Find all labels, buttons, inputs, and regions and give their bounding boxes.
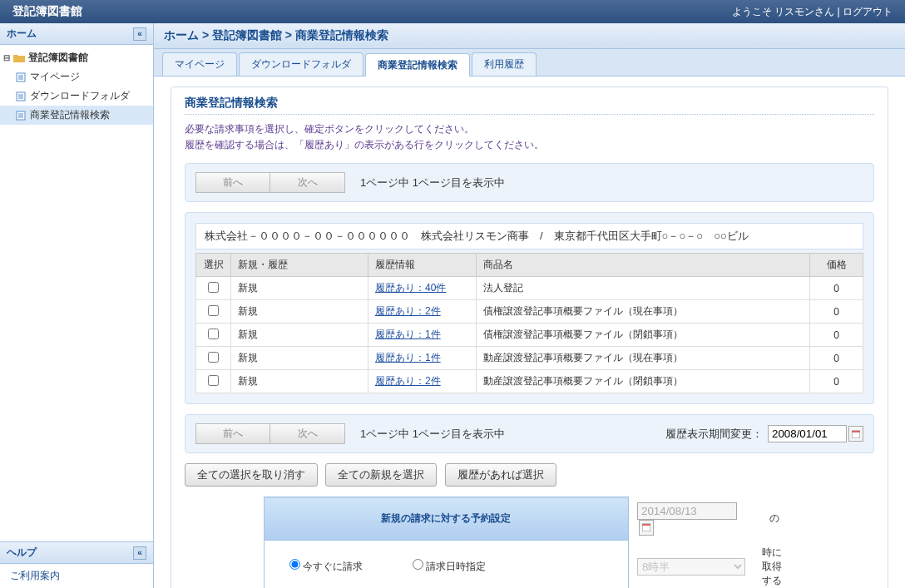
cell-price: 0 [810, 300, 863, 324]
section-title: 商業登記情報検索 [185, 96, 874, 115]
page-icon [15, 91, 27, 102]
logout-link[interactable]: ログアウト [843, 6, 893, 17]
th-price: 価格 [810, 254, 863, 277]
reserve-time-suffix: 時に取得する [754, 541, 795, 588]
history-date-input[interactable] [768, 425, 847, 442]
table-row: 新規履歴あり：1件債権譲渡登記事項概要ファイル（閉鎖事項）0 [196, 324, 863, 347]
history-link[interactable]: 履歴あり：40件 [375, 282, 446, 294]
results-panel: 株式会社－００００－００－００００００ 株式会社リスモン商事 / 東京都千代田区… [185, 212, 874, 404]
tabs: マイページ ダウンロードフォルダ 商業登記情報検索 利用履歴 [154, 49, 905, 77]
reserve-title: 新規の請求に対する予約設定 [264, 497, 629, 541]
history-link[interactable]: 履歴あり：2件 [375, 305, 441, 317]
collapse-sidebar-icon[interactable]: « [133, 27, 146, 41]
table-row: 新規履歴あり：40件法人登記0 [196, 277, 863, 300]
app-title: 登記簿図書館 [12, 4, 82, 19]
cell-price: 0 [810, 324, 863, 347]
sidebar-item-download[interactable]: ダウンロードフォルダ [0, 86, 153, 106]
header-right: ようこそ リスモンさん | ログアウト [732, 5, 893, 19]
header-bar: 登記簿図書館 ようこそ リスモンさん | ログアウト [0, 0, 905, 23]
th-select: 選択 [196, 254, 231, 277]
sidebar-help: ヘルプ « ご利用案内 [0, 541, 153, 588]
radio-request-scheduled[interactable]: 請求日時指定 [413, 559, 486, 574]
history-link[interactable]: 履歴あり：2件 [375, 375, 441, 387]
svg-rect-13 [852, 431, 860, 432]
collapse-help-icon[interactable]: « [133, 546, 146, 560]
tree-root-label: 登記簿図書館 [28, 51, 88, 65]
row-checkbox[interactable] [208, 329, 219, 339]
sidebar-item-label: 商業登記情報検索 [30, 108, 110, 122]
sidebar: ホーム « ⊟ 登記簿図書館 マイページ ダウンロードフォルダ 商業登記情報検索 [0, 23, 154, 588]
tab-download[interactable]: ダウンロードフォルダ [239, 52, 363, 76]
welcome-text: ようこそ リスモンさん [732, 6, 834, 17]
calendar-icon[interactable] [639, 520, 654, 536]
cell-new: 新規 [231, 324, 368, 347]
cell-product: 動産譲渡登記事項概要ファイル（閉鎖事項） [477, 370, 810, 393]
sidebar-home-label[interactable]: ホーム [7, 27, 37, 41]
history-link[interactable]: 履歴あり：1件 [375, 329, 441, 340]
cell-history: 履歴あり：40件 [368, 277, 477, 300]
pager-bottom: 前へ 次へ 1ページ中 1ページ目を表示中 履歴表示期間変更： [185, 414, 874, 453]
sidebar-item-search[interactable]: 商業登記情報検索 [0, 106, 153, 125]
tree-root[interactable]: ⊟ 登記簿図書館 [0, 48, 153, 67]
sidebar-help-title: ヘルプ [7, 546, 37, 560]
calendar-icon[interactable] [848, 426, 863, 442]
history-date-label: 履歴表示期間変更： [665, 427, 763, 442]
tab-usage-history[interactable]: 利用履歴 [472, 52, 537, 76]
search-section: 商業登記情報検索 必要な請求事項を選択し、確定ボタンをクリックしてください。 履… [171, 86, 888, 588]
pager-status: 1ページ中 1ページ目を表示中 [360, 175, 505, 190]
sidebar-item-label: ダウンロードフォルダ [30, 89, 130, 103]
cell-price: 0 [810, 347, 863, 370]
cell-new: 新規 [231, 370, 368, 393]
row-checkbox[interactable] [208, 282, 219, 293]
cell-history: 履歴あり：2件 [368, 370, 477, 393]
page-icon [15, 110, 27, 121]
select-if-history-button[interactable]: 履歴があれば選択 [445, 463, 556, 487]
company-info: 株式会社－００００－００－００００００ 株式会社リスモン商事 / 東京都千代田区… [195, 223, 863, 250]
history-link[interactable]: 履歴あり：1件 [375, 352, 441, 363]
table-row: 新規履歴あり：1件動産譲渡登記事項概要ファイル（現在事項）0 [196, 347, 863, 370]
folder-icon [13, 52, 25, 64]
th-hist: 履歴情報 [368, 254, 477, 277]
cell-new: 新規 [231, 277, 368, 300]
clear-all-button[interactable]: 全ての選択を取り消す [185, 463, 318, 487]
tab-search[interactable]: 商業登記情報検索 [365, 53, 470, 77]
results-table: 選択 新規・履歴 履歴情報 商品名 価格 新規履歴あり：40件法人登記0新規履歴… [195, 253, 863, 393]
prev-page-button[interactable]: 前へ [195, 423, 270, 444]
reserve-time-select[interactable]: 8時半 [637, 558, 745, 576]
reserve-date-input[interactable] [637, 502, 737, 520]
instruction-line1: 必要な請求事項を選択し、確定ボタンをクリックしてください。 [185, 121, 874, 137]
prev-page-button[interactable]: 前へ [195, 172, 270, 193]
breadcrumb: ホーム > 登記簿図書館 > 商業登記情報検索 [154, 23, 905, 49]
cell-product: 債権譲渡登記事項概要ファイル（閉鎖事項） [477, 324, 810, 347]
sidebar-item-label: マイページ [30, 70, 80, 84]
cell-product: 動産譲渡登記事項概要ファイル（現在事項） [477, 347, 810, 370]
table-row: 新規履歴あり：2件動産譲渡登記事項概要ファイル（閉鎖事項）0 [196, 370, 863, 393]
next-page-button[interactable]: 次へ [270, 423, 345, 444]
row-checkbox[interactable] [208, 375, 219, 386]
cell-history: 履歴あり：1件 [368, 347, 477, 370]
sidebar-header: ホーム « [0, 23, 153, 45]
sidebar-item-mypage[interactable]: マイページ [0, 67, 153, 86]
table-row: 新規履歴あり：2件債権譲渡登記事項概要ファイル（現在事項）0 [196, 300, 863, 324]
next-page-button[interactable]: 次へ [270, 172, 345, 193]
th-new: 新規・履歴 [231, 254, 368, 277]
instructions: 必要な請求事項を選択し、確定ボタンをクリックしてください。 履歴を確認する場合は… [185, 121, 874, 153]
help-guide-link[interactable]: ご利用案内 [10, 570, 60, 581]
instruction-line2: 履歴を確認する場合は、「履歴あり」の表示がある行をクリックしてください。 [185, 137, 874, 153]
cell-history: 履歴あり：2件 [368, 300, 477, 324]
svg-rect-15 [642, 524, 650, 526]
sidebar-help-header: ヘルプ « [0, 542, 153, 564]
cell-price: 0 [810, 277, 863, 300]
reserve-of: の [754, 497, 795, 541]
pager-top: 前へ 次へ 1ページ中 1ページ目を表示中 [185, 163, 874, 202]
cell-product: 法人登記 [477, 277, 810, 300]
row-checkbox[interactable] [208, 352, 219, 363]
cell-history: 履歴あり：1件 [368, 324, 477, 347]
tab-mypage[interactable]: マイページ [162, 52, 237, 76]
sidebar-tree: ⊟ 登記簿図書館 マイページ ダウンロードフォルダ 商業登記情報検索 [0, 45, 153, 541]
row-checkbox[interactable] [208, 305, 219, 316]
select-all-new-button[interactable]: 全ての新規を選択 [325, 463, 437, 487]
cell-new: 新規 [231, 300, 368, 324]
tree-toggle-icon[interactable]: ⊟ [3, 53, 12, 62]
radio-request-now[interactable]: 今すぐに請求 [289, 559, 363, 574]
